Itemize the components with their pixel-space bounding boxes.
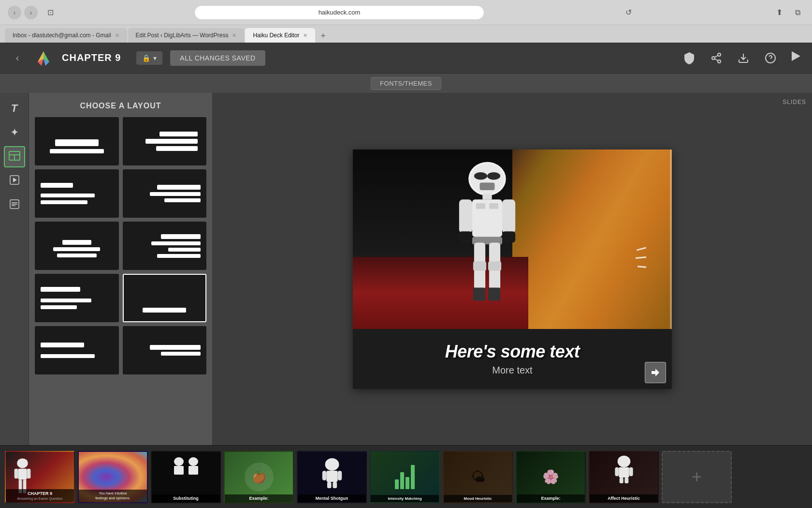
layout-item-7[interactable] bbox=[35, 274, 119, 322]
svg-point-50 bbox=[174, 457, 184, 466]
app: ‹ CHAPTER 9 🔒 ▾ ALL CHANGES SAVED bbox=[0, 43, 812, 508]
back-button[interactable]: ‹ bbox=[10, 50, 25, 66]
sidebar-media-tool[interactable]: ✦ bbox=[4, 122, 25, 143]
play-button[interactable] bbox=[789, 49, 802, 66]
slide-main-text[interactable]: Here's some text bbox=[445, 342, 580, 362]
svg-point-25 bbox=[474, 172, 487, 180]
svg-rect-47 bbox=[27, 469, 31, 478]
layout-item-6[interactable] bbox=[123, 222, 207, 270]
svg-rect-61 bbox=[619, 467, 629, 477]
filmstrip-slide-2[interactable]: You have intuitivefeelings and opinions. bbox=[78, 451, 148, 503]
forward-button[interactable]: › bbox=[24, 6, 38, 19]
share-browser-button[interactable]: ⬆ bbox=[772, 6, 786, 19]
svg-rect-35 bbox=[502, 231, 515, 242]
layout-item-3[interactable] bbox=[35, 169, 119, 218]
tabs-bar: Inbox - dlastutech@gmail.com - Gmail ✕ E… bbox=[0, 25, 812, 43]
svg-point-60 bbox=[617, 455, 630, 467]
svg-point-44 bbox=[17, 458, 28, 468]
tab-haikudeck[interactable]: Haiku Deck Editor ✕ bbox=[245, 28, 315, 43]
sidebar-layout-tool[interactable] bbox=[4, 146, 25, 167]
svg-marker-13 bbox=[792, 51, 800, 61]
slide-canvas[interactable]: Here's some text More text bbox=[353, 149, 672, 389]
fonts-themes-button[interactable]: FONTS/THEMES bbox=[371, 77, 441, 90]
lock-dropdown-icon: ▾ bbox=[153, 54, 157, 62]
layout-item-10[interactable] bbox=[123, 326, 207, 374]
layout-grid bbox=[29, 117, 212, 380]
svg-rect-55 bbox=[326, 471, 337, 482]
chapter-title: CHAPTER 9 bbox=[62, 52, 121, 63]
svg-rect-39 bbox=[473, 261, 486, 270]
svg-rect-53 bbox=[188, 466, 198, 475]
nav-buttons: ‹ › bbox=[8, 6, 38, 19]
sidebar-text-tool[interactable]: T bbox=[4, 98, 25, 119]
svg-marker-18 bbox=[13, 178, 17, 182]
layout-item-8[interactable] bbox=[123, 274, 207, 322]
svg-point-54 bbox=[325, 458, 339, 471]
add-slide-button[interactable]: + bbox=[662, 451, 732, 503]
layout-panel: CHOOSE A LAYOUT bbox=[29, 93, 213, 445]
tab-close-haikudeck[interactable]: ✕ bbox=[303, 32, 307, 39]
tab-close-wordpress[interactable]: ✕ bbox=[232, 32, 236, 39]
filmstrip-slide-4[interactable]: 🍎 Example: bbox=[224, 451, 294, 503]
lock-button[interactable]: 🔒 ▾ bbox=[136, 51, 162, 65]
slide-divider-handle[interactable] bbox=[670, 149, 672, 329]
slide-nav-button[interactable] bbox=[645, 362, 666, 383]
svg-line-9 bbox=[715, 55, 718, 57]
filmstrip-slide-1[interactable]: CHAPTER 9 Answering an Easier Question bbox=[5, 451, 75, 503]
canvas-area: SLIDES bbox=[213, 93, 812, 445]
haiku-deck-logo bbox=[33, 47, 54, 69]
help-button[interactable] bbox=[762, 49, 779, 67]
svg-point-52 bbox=[188, 457, 198, 466]
shield-button[interactable] bbox=[681, 49, 698, 67]
slide-sub-text[interactable]: More text bbox=[492, 365, 532, 376]
share-button[interactable] bbox=[708, 49, 725, 67]
top-bar: ‹ CHAPTER 9 🔒 ▾ ALL CHANGES SAVED bbox=[0, 43, 812, 74]
tab-close-gmail[interactable]: ✕ bbox=[115, 32, 119, 39]
svg-rect-31 bbox=[489, 203, 498, 209]
filmstrip-slide-9[interactable]: Affect Heuristic bbox=[589, 451, 659, 503]
svg-rect-45 bbox=[18, 469, 27, 480]
svg-point-7 bbox=[718, 60, 721, 63]
sparkle-icon: ✦ bbox=[10, 126, 19, 139]
sidebar-list-tool[interactable] bbox=[4, 194, 25, 216]
filmstrip-slide-5[interactable]: Mental Shotgun bbox=[297, 451, 367, 503]
reload-button[interactable]: ↺ bbox=[622, 6, 635, 19]
svg-line-8 bbox=[715, 59, 718, 60]
address-bar[interactable]: haikudeck.com bbox=[194, 5, 484, 20]
slides-label: SLIDES bbox=[783, 99, 806, 105]
all-changes-saved-badge: ALL CHANGES SAVED bbox=[170, 50, 265, 66]
top-bar-actions bbox=[681, 49, 802, 67]
filmstrip-slide-8[interactable]: 🌸 Example: bbox=[516, 451, 586, 503]
svg-rect-63 bbox=[629, 467, 633, 476]
layout-item-9[interactable] bbox=[35, 326, 119, 374]
address-text: haikudeck.com bbox=[319, 9, 361, 16]
browser-chrome: ‹ › ⊡ haikudeck.com ↺ ⬆ ⧉ Inbox - dlastu… bbox=[0, 0, 812, 43]
svg-rect-32 bbox=[459, 199, 472, 233]
layout-item-2[interactable] bbox=[123, 117, 207, 165]
filmstrip-slide-6[interactable]: Intensity Matching bbox=[370, 451, 440, 503]
filmstrip-slide-7[interactable]: 🌤 Mood Heuristic bbox=[443, 451, 513, 503]
sidebar-toggle-button[interactable]: ⊡ bbox=[44, 6, 57, 19]
layout-item-4[interactable] bbox=[123, 169, 207, 218]
svg-rect-40 bbox=[488, 261, 501, 270]
download-button[interactable] bbox=[735, 49, 752, 67]
svg-rect-59 bbox=[333, 482, 337, 488]
layout-item-1[interactable] bbox=[35, 117, 119, 165]
text-icon: T bbox=[11, 102, 17, 115]
tab-gmail[interactable]: Inbox - dlastutech@gmail.com - Gmail ✕ bbox=[5, 28, 127, 43]
add-icon: + bbox=[692, 468, 702, 486]
add-tab-button[interactable]: ⧉ bbox=[791, 6, 804, 19]
list-icon bbox=[10, 199, 19, 211]
layout-item-5[interactable] bbox=[35, 222, 119, 270]
svg-rect-51 bbox=[174, 466, 184, 475]
svg-rect-30 bbox=[476, 203, 485, 209]
lock-icon: 🔒 bbox=[142, 54, 150, 62]
svg-point-5 bbox=[718, 53, 721, 56]
filmstrip-slide-3[interactable]: Substituting bbox=[151, 451, 221, 503]
tab-wordpress[interactable]: Edit Post ‹ DigLibArts — WordPress ✕ bbox=[128, 28, 245, 43]
play-icon bbox=[10, 175, 19, 187]
sidebar-play-tool[interactable] bbox=[4, 170, 25, 192]
back-button[interactable]: ‹ bbox=[8, 6, 21, 19]
new-tab-button[interactable]: + bbox=[316, 29, 330, 43]
browser-actions: ⬆ ⧉ bbox=[772, 6, 804, 19]
